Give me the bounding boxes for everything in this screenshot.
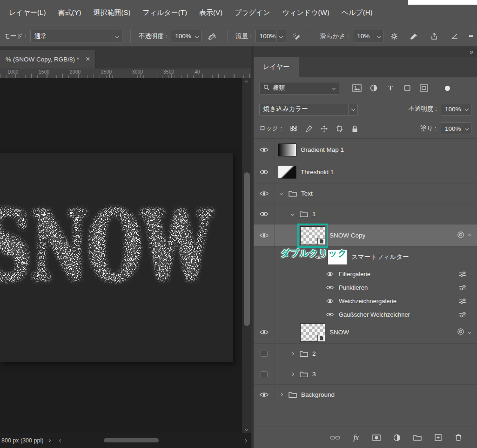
smart-filter-toggle-chevron-icon[interactable] (468, 234, 471, 237)
new-group-icon[interactable] (413, 433, 422, 443)
layer-name[interactable]: Punktieren (339, 284, 368, 291)
scroll-right-icon[interactable] (244, 439, 247, 442)
filter-eye-icon[interactable] (325, 272, 335, 277)
visibility-eye-icon[interactable] (254, 204, 275, 224)
smoothing-dropdown[interactable]: 10% (353, 30, 383, 42)
pressure-opacity-icon[interactable] (205, 30, 219, 43)
flow-dropdown[interactable]: 100% (255, 30, 286, 42)
filter-toggle-icon[interactable] (445, 86, 450, 91)
lock-position-icon[interactable] (320, 124, 329, 133)
layer-row-filtergalerie[interactable]: Filtergalerie (254, 267, 477, 281)
group-expand-chevron-icon[interactable] (278, 192, 284, 195)
filter-blend-options-icon[interactable] (459, 298, 473, 304)
smoothing-dropdown-chevron-icon[interactable] (374, 30, 383, 42)
filter-pixel-layers-icon[interactable] (350, 82, 363, 94)
airbrush-icon[interactable] (290, 30, 304, 43)
layer-name[interactable]: 1 (312, 210, 316, 217)
filter-adjustment-layers-icon[interactable] (367, 82, 380, 94)
group-expand-chevron-icon[interactable] (278, 394, 284, 396)
horizontal-scrollbar[interactable] (55, 433, 251, 448)
new-adjustment-layer-icon[interactable] (392, 433, 402, 443)
layer-row-gradient-map-1[interactable]: Gradient Map 1 (254, 139, 477, 161)
threshold-thumbnail[interactable] (278, 166, 296, 179)
filter-eye-icon[interactable] (325, 312, 335, 317)
layer-name[interactable]: スマートフィルター (351, 253, 409, 261)
opacity-dropdown-chevron-icon[interactable] (192, 30, 201, 42)
filter-blend-options-icon[interactable] (459, 271, 473, 277)
export-brush-icon[interactable] (427, 30, 441, 43)
layer-name[interactable]: Text (301, 190, 313, 197)
visibility-eye-icon[interactable] (254, 321, 275, 343)
layer-row-snow[interactable]: SNOW (254, 321, 477, 344)
flow-dropdown-chevron-icon[interactable] (276, 30, 286, 42)
horizontal-scroll-thumb[interactable] (104, 438, 159, 442)
layer-name[interactable]: Filtergalerie (339, 271, 370, 278)
filter-eye-icon[interactable] (325, 285, 335, 290)
add-layer-mask-icon[interactable] (372, 433, 381, 443)
filter-type-layers-icon[interactable]: T (384, 82, 397, 94)
group-expand-chevron-icon[interactable] (289, 213, 296, 215)
smoothing-gear-icon[interactable] (387, 30, 401, 43)
eye-column-cell[interactable] (254, 267, 275, 281)
layer-style-fx-icon[interactable]: fx (351, 433, 361, 443)
filter-eye-icon[interactable] (325, 299, 335, 304)
scroll-down-icon[interactable] (245, 428, 248, 431)
vertical-scroll-thumb[interactable] (244, 172, 250, 326)
layer-row-2[interactable]: 2 (254, 344, 477, 364)
layer-name[interactable]: Gradient Map 1 (301, 146, 344, 153)
link-layers-icon[interactable] (330, 433, 340, 443)
lock-transparent-pixels-icon[interactable] (289, 124, 298, 133)
lock-artboard-icon[interactable] (335, 124, 344, 133)
layer-filter-search[interactable]: 種類 (259, 82, 339, 95)
opacity-dropdown[interactable]: 100% (171, 30, 202, 42)
blend-mode-chevron-icon[interactable] (348, 103, 357, 115)
status-chevron-icon[interactable] (47, 439, 51, 442)
layer-row-gau-scher-weichzeichner[interactable]: Gaußscher Weichzeichner (254, 308, 477, 321)
lock-all-icon[interactable] (350, 124, 360, 133)
pressure-size-icon[interactable] (407, 30, 421, 43)
layer-row-background[interactable]: Background (254, 385, 477, 405)
group-expand-chevron-icon[interactable] (289, 373, 296, 375)
layer-thumbnail-highlighted[interactable] (300, 226, 325, 245)
scroll-left-icon[interactable] (59, 439, 62, 442)
eye-column-cell[interactable] (254, 281, 275, 294)
visibility-eye-icon[interactable] (254, 183, 275, 204)
layer-name[interactable]: 3 (312, 371, 316, 378)
blend-mode-dropdown[interactable]: 焼き込みカラー (259, 103, 358, 115)
canvas-viewport[interactable]: SNOW SNOW (0, 78, 251, 433)
eye-column-cell[interactable] (254, 247, 275, 267)
filter-shape-layers-icon[interactable] (401, 82, 414, 94)
layers-panel-tab[interactable]: レイヤー (254, 57, 299, 77)
layer-thumbnail[interactable] (300, 323, 325, 342)
scroll-up-icon[interactable] (245, 81, 248, 84)
mode-dropdown[interactable]: 通常 (30, 30, 122, 42)
eye-column-cell[interactable] (254, 294, 275, 308)
layer-row-threshold-1[interactable]: Threshold 1 (254, 161, 477, 183)
layer-name[interactable]: Weichzeichnergalerie (339, 298, 396, 305)
tab-close-icon[interactable]: × (86, 55, 90, 63)
filter-blend-options-icon[interactable] (459, 312, 473, 318)
eye-column-cell[interactable] (254, 308, 275, 321)
layer-row-1[interactable]: 1 (254, 204, 477, 224)
visibility-eye-icon[interactable] (254, 161, 275, 183)
layer-row-punktieren[interactable]: Punktieren (254, 281, 477, 294)
layer-opacity-chevron-icon[interactable] (462, 103, 471, 115)
menu-item-plugins[interactable]: プラグイン (228, 8, 276, 17)
group-expand-chevron-icon[interactable] (289, 353, 296, 355)
visibility-empty-checkbox[interactable] (254, 344, 275, 364)
layer-name[interactable]: Background (301, 391, 335, 398)
layer-row-snow-copy[interactable]: SNOW Copy (254, 224, 477, 247)
layer-opacity-dropdown[interactable]: 100% (441, 103, 471, 115)
brush-angle-icon[interactable] (448, 30, 462, 43)
layer-row-weichzeichnergalerie[interactable]: Weichzeichnergalerie (254, 294, 477, 308)
lock-image-pixels-icon[interactable] (304, 124, 314, 133)
visibility-empty-checkbox[interactable] (254, 364, 275, 384)
menu-item-filter[interactable]: フィルター(T) (136, 8, 193, 17)
collapse-panels-icon[interactable]: » (470, 48, 473, 55)
menu-item-window[interactable]: ウィンドウ(W) (276, 8, 336, 17)
layer-name[interactable]: SNOW (329, 329, 349, 336)
layer-name[interactable]: Threshold 1 (301, 169, 334, 176)
layer-row-3[interactable]: 3 (254, 364, 477, 385)
search-dropdown-chevron-icon[interactable] (332, 86, 336, 89)
fill-chevron-icon[interactable] (462, 123, 471, 135)
